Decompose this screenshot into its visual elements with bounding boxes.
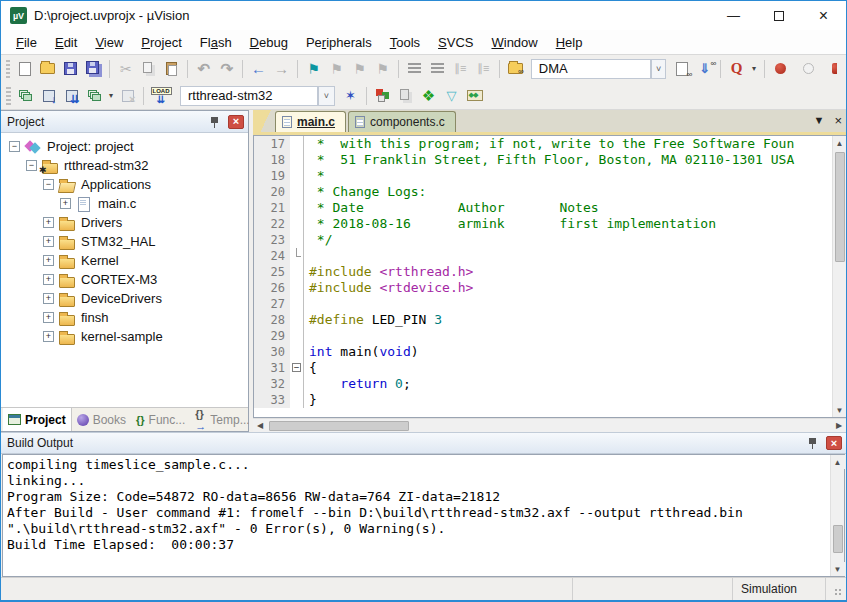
menu-window[interactable]: Window — [482, 32, 546, 53]
manage-project-items-button[interactable] — [371, 85, 394, 107]
pin-icon[interactable] — [208, 115, 222, 129]
tab-list-dropdown-icon[interactable]: ▼ — [814, 115, 825, 126]
fold-margin[interactable] — [290, 168, 304, 184]
fold-margin[interactable] — [290, 328, 304, 344]
tree-item-rtthread-stm32[interactable]: −✱rtthread-stm32 — [1, 156, 248, 175]
quick-search-dropdown[interactable]: ▾ — [748, 58, 760, 80]
editor-tab-main-c[interactable]: main.c — [275, 111, 346, 132]
select-packs-button[interactable]: ▽ — [440, 85, 463, 107]
build-scroll-up-icon[interactable]: ▲ — [831, 455, 845, 469]
menu-peripherals[interactable]: Peripherals — [297, 32, 381, 53]
menu-project[interactable]: Project — [132, 32, 190, 53]
find-button[interactable]: ∞ — [670, 58, 693, 80]
menu-tools[interactable]: Tools — [381, 32, 429, 53]
clear-breakpoints-button[interactable] — [823, 58, 846, 80]
rebuild-button[interactable]: ⇊ — [60, 85, 83, 107]
build-button[interactable]: ↓ — [37, 85, 60, 107]
indent-button[interactable] — [403, 58, 426, 80]
copy-button[interactable] — [137, 58, 160, 80]
hscroll-thumb[interactable] — [269, 421, 409, 431]
plus-expander-icon[interactable]: + — [43, 274, 54, 285]
tree-item-cortex-m3[interactable]: +CORTEX-M3 — [1, 270, 248, 289]
batch-build-button[interactable] — [83, 85, 106, 107]
minimize-button[interactable]: — — [711, 1, 756, 30]
fold-margin[interactable] — [290, 392, 304, 408]
tree-item-applications[interactable]: −Applications — [1, 175, 248, 194]
tree-item-kernel[interactable]: +Kernel — [1, 251, 248, 270]
code-area[interactable]: 17 * with this program; if not, write to… — [254, 136, 832, 417]
close-document-icon[interactable]: × — [834, 114, 842, 127]
quick-search-button[interactable]: Q — [725, 58, 748, 80]
tree-item-project-project[interactable]: −Project: project — [1, 137, 248, 156]
panel-tab-temp[interactable]: {}→Temp... — [190, 408, 254, 431]
editor-vertical-scrollbar[interactable]: ▲ ▼ — [832, 136, 846, 417]
search-combo[interactable]: DMA — [531, 59, 651, 79]
insert-bookmark-button[interactable]: ⚑ — [302, 58, 325, 80]
scroll-up-icon[interactable]: ▲ — [833, 136, 847, 150]
scroll-right-icon[interactable]: ▶ — [832, 419, 846, 433]
close-button[interactable]: × — [801, 1, 846, 30]
menu-flash[interactable]: Flash — [191, 32, 241, 53]
fold-margin[interactable] — [290, 280, 304, 296]
menu-view[interactable]: View — [86, 32, 132, 53]
fold-margin[interactable] — [290, 136, 304, 152]
menu-file[interactable]: File — [7, 32, 46, 53]
plus-expander-icon[interactable]: + — [43, 236, 54, 247]
resize-grip[interactable] — [826, 578, 846, 600]
fold-margin[interactable] — [290, 312, 304, 328]
fold-collapse-icon[interactable]: − — [292, 363, 301, 372]
scroll-left-icon[interactable]: ◀ — [253, 419, 267, 433]
fold-margin[interactable] — [290, 184, 304, 200]
disable-breakpoint-button[interactable] — [797, 58, 820, 80]
plus-expander-icon[interactable]: + — [43, 293, 54, 304]
minus-expander-icon[interactable]: − — [26, 160, 37, 171]
stop-build-button[interactable]: × — [116, 85, 139, 107]
minus-expander-icon[interactable]: − — [43, 179, 54, 190]
manage-rte-button[interactable]: ❖ — [417, 85, 440, 107]
panel-tab-func[interactable]: {}Func... — [131, 408, 190, 431]
translate-button[interactable] — [14, 85, 37, 107]
menu-edit[interactable]: Edit — [46, 32, 86, 53]
paste-button[interactable] — [160, 58, 183, 80]
incremental-find-button[interactable]: ⇓∞ — [693, 58, 716, 80]
navigate-back-button[interactable]: ← — [247, 58, 270, 80]
fold-margin[interactable] — [290, 264, 304, 280]
editor-horizontal-scrollbar[interactable]: ◀ ▶ — [253, 418, 846, 432]
tree-item-drivers[interactable]: +Drivers — [1, 213, 248, 232]
cut-button[interactable]: ✂ — [114, 58, 137, 80]
target-combo-dropdown[interactable]: ˅ — [318, 86, 335, 106]
uncomment-button[interactable]: ∥≡ — [472, 58, 495, 80]
build-vertical-scrollbar[interactable]: ▲ ▼ — [830, 455, 844, 576]
next-bookmark-button[interactable]: ⚑ — [348, 58, 371, 80]
build-vscroll-thumb[interactable] — [833, 525, 843, 553]
undo-button[interactable]: ↶ — [192, 58, 215, 80]
fold-margin[interactable] — [290, 296, 304, 312]
new-file-button[interactable] — [13, 58, 36, 80]
fold-margin[interactable] — [290, 200, 304, 216]
tree-item-main-c[interactable]: +main.c — [1, 194, 248, 213]
search-combo-dropdown[interactable]: ˅ — [651, 59, 666, 79]
fold-margin[interactable] — [290, 248, 304, 264]
scroll-down-icon[interactable]: ▼ — [833, 403, 847, 417]
panel-tab-books[interactable]: Books — [72, 408, 131, 431]
unindent-button[interactable] — [426, 58, 449, 80]
build-pin-icon[interactable] — [806, 436, 820, 450]
toolbar-grip[interactable] — [6, 60, 10, 78]
plus-expander-icon[interactable]: + — [43, 331, 54, 342]
tree-item-finsh[interactable]: +finsh — [1, 308, 248, 327]
menu-debug[interactable]: Debug — [241, 32, 297, 53]
tree-item-stm32-hal[interactable]: +STM32_HAL — [1, 232, 248, 251]
plus-expander-icon[interactable]: + — [43, 217, 54, 228]
menu-help[interactable]: Help — [547, 32, 592, 53]
project-panel-close-icon[interactable]: × — [228, 115, 244, 129]
pack-installer-button[interactable] — [463, 85, 486, 107]
build-output-close-icon[interactable]: × — [826, 436, 842, 450]
panel-tab-project[interactable]: Project — [3, 408, 72, 431]
batch-build-dropdown[interactable]: ▾ — [106, 85, 116, 107]
open-file-button[interactable] — [36, 58, 59, 80]
plus-expander-icon[interactable]: + — [43, 312, 54, 323]
fold-margin[interactable] — [290, 232, 304, 248]
save-all-button[interactable] — [82, 58, 105, 80]
redo-button[interactable]: ↷ — [215, 58, 238, 80]
file-extensions-button[interactable] — [394, 85, 417, 107]
